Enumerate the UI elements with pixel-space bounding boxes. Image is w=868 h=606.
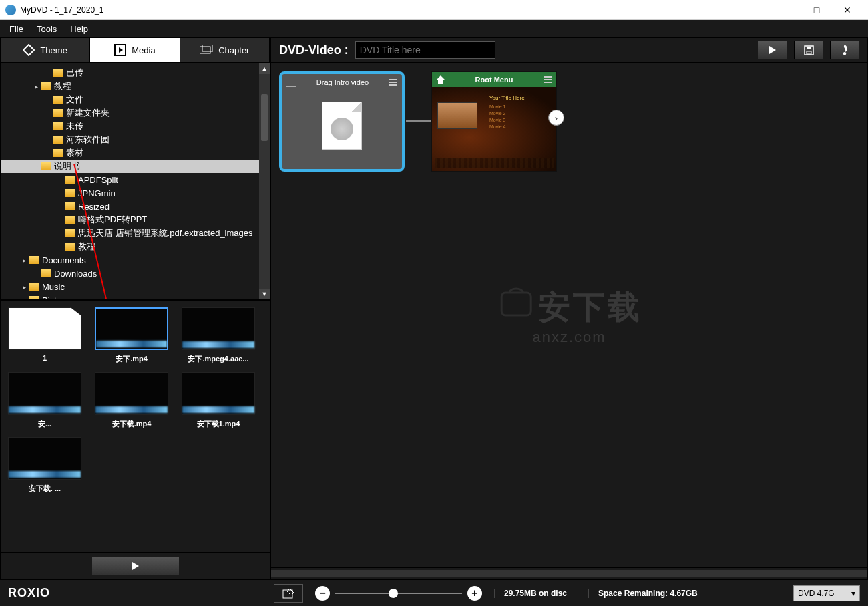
svg-rect-12 bbox=[544, 79, 552, 80]
burn-button[interactable] bbox=[830, 41, 859, 59]
bag-icon bbox=[496, 285, 536, 318]
folder-tree-item[interactable]: Downloads bbox=[1, 267, 270, 280]
left-tabs: Theme Media Chapter bbox=[0, 37, 270, 63]
folder-tree-item[interactable]: 文件 bbox=[1, 93, 270, 106]
window-titlebar: MyDVD - 1_17_2020_1 — □ ✕ bbox=[0, 0, 868, 20]
zoom-in-button[interactable]: + bbox=[467, 586, 482, 601]
project-canvas[interactable]: Drag Intro video Root Menu Your Title He… bbox=[270, 63, 868, 567]
root-menu-title: Root Menu bbox=[449, 75, 539, 84]
chapter-icon bbox=[200, 45, 213, 55]
folder-tree-item[interactable]: ▸Pictures bbox=[1, 293, 270, 299]
tab-media[interactable]: Media bbox=[90, 38, 180, 62]
menu-item: Movie 1 bbox=[489, 104, 506, 109]
media-item[interactable]: 安下载1.mp4 bbox=[181, 372, 256, 429]
media-icon bbox=[114, 44, 126, 56]
svg-rect-10 bbox=[389, 84, 397, 86]
media-item[interactable]: 1 bbox=[7, 307, 82, 364]
home-icon bbox=[436, 75, 445, 84]
watermark-url: anxz.com bbox=[532, 329, 606, 345]
scroll-thumb[interactable] bbox=[261, 94, 268, 141]
svg-rect-13 bbox=[544, 82, 552, 83]
folder-tree-item[interactable]: Resized bbox=[1, 200, 270, 213]
save-project-button[interactable] bbox=[794, 41, 823, 59]
burn-icon bbox=[840, 44, 850, 56]
intro-video-slot[interactable]: Drag Intro video bbox=[279, 71, 405, 172]
media-item[interactable]: 安... bbox=[7, 372, 82, 429]
folder-tree-item[interactable]: 思迅天店 店铺管理系统.pdf.extracted_images bbox=[1, 226, 270, 240]
folder-tree-item[interactable]: 已传 bbox=[1, 66, 270, 80]
menu-tools[interactable]: Tools bbox=[30, 21, 63, 37]
folder-tree-item[interactable]: 教程 bbox=[1, 240, 270, 253]
preview-play-button[interactable] bbox=[92, 557, 179, 575]
tab-chapter-label: Chapter bbox=[218, 45, 249, 55]
folder-tree-item[interactable]: ▾说明书 bbox=[1, 160, 270, 173]
disc-used-label: 29.75MB on disc bbox=[494, 589, 576, 598]
filmstrip-decoration bbox=[435, 158, 554, 168]
tab-theme[interactable]: Theme bbox=[1, 38, 90, 62]
folder-tree-item[interactable]: ▸教程 bbox=[1, 80, 270, 93]
play-icon bbox=[768, 45, 777, 55]
svg-rect-15 bbox=[283, 590, 292, 598]
status-bar: ROXIO − + 29.75MB on disc Space Remainin… bbox=[0, 579, 868, 606]
folder-tree-item[interactable]: APDFSplit bbox=[1, 173, 270, 186]
minimize-button[interactable]: — bbox=[771, 0, 801, 20]
menu-bar: File Tools Help bbox=[0, 20, 868, 37]
svg-rect-9 bbox=[389, 82, 397, 83]
svg-rect-8 bbox=[389, 79, 397, 80]
folder-tree-item[interactable]: 河东软件园 bbox=[1, 133, 270, 146]
zoom-controls: − + bbox=[315, 586, 482, 601]
folder-tree-item[interactable]: 未传 bbox=[1, 120, 270, 133]
folder-tree[interactable]: 已传▸教程文件新建文件夹未传河东软件园素材▾说明书APDFSplitJPNGmi… bbox=[1, 63, 270, 299]
watermark: 安下载 anxz.com bbox=[496, 285, 643, 346]
output-type-label: DVD-Video : bbox=[279, 43, 349, 57]
svg-rect-2 bbox=[202, 45, 213, 51]
node-connector bbox=[406, 120, 431, 122]
tab-theme-label: Theme bbox=[40, 45, 67, 55]
close-button[interactable]: ✕ bbox=[832, 0, 863, 20]
scroll-down-button[interactable]: ▼ bbox=[259, 289, 270, 299]
menu-item: Movie 4 bbox=[489, 124, 506, 129]
play-project-button[interactable] bbox=[758, 41, 787, 59]
zoom-handle[interactable] bbox=[389, 589, 398, 598]
play-icon bbox=[131, 561, 140, 571]
dvd-title-input[interactable] bbox=[355, 41, 495, 59]
maximize-button[interactable]: □ bbox=[801, 0, 832, 20]
menu-thumbnail bbox=[437, 102, 477, 129]
tab-chapter[interactable]: Chapter bbox=[180, 38, 270, 62]
folder-tree-item[interactable]: ▸Music bbox=[1, 280, 270, 293]
tree-scrollbar[interactable]: ▲ ▼ bbox=[259, 63, 270, 299]
media-item[interactable]: 安下载.mp4 bbox=[94, 372, 169, 429]
list-icon bbox=[543, 75, 552, 84]
folder-tree-item[interactable]: 新建文件夹 bbox=[1, 106, 270, 120]
scroll-up-button[interactable]: ▲ bbox=[259, 63, 270, 74]
disc-type-value: DVD 4.7G bbox=[798, 589, 835, 598]
list-icon bbox=[389, 78, 398, 87]
zoom-out-button[interactable]: − bbox=[315, 586, 330, 601]
next-menu-button[interactable]: › bbox=[548, 110, 564, 126]
folder-tree-item[interactable]: 嗨格式PDF转PPT bbox=[1, 213, 270, 226]
brand-logo: ROXIO bbox=[8, 586, 262, 600]
menu-file[interactable]: File bbox=[3, 21, 30, 37]
save-icon bbox=[804, 45, 814, 55]
menu-help[interactable]: Help bbox=[63, 21, 95, 37]
folder-tree-panel: 已传▸教程文件新建文件夹未传河东软件园素材▾说明书APDFSplitJPNGmi… bbox=[0, 63, 270, 300]
folder-tree-item[interactable]: 素材 bbox=[1, 146, 270, 160]
media-grid[interactable]: 1安下.mp4安下.mpeg4.aac...安...安下载.mp4安下载1.mp… bbox=[0, 300, 270, 553]
zoom-slider[interactable] bbox=[335, 593, 462, 594]
menu-item: Movie 3 bbox=[489, 118, 506, 122]
tab-media-label: Media bbox=[132, 45, 155, 55]
media-item[interactable]: 安下.mpeg4.aac... bbox=[181, 307, 256, 364]
svg-rect-6 bbox=[807, 47, 811, 49]
folder-tree-item[interactable]: ▸Documents bbox=[1, 253, 270, 267]
edit-button[interactable] bbox=[274, 584, 303, 603]
svg-rect-7 bbox=[807, 51, 811, 54]
media-item[interactable]: 安下.mp4 bbox=[94, 307, 169, 364]
edit-icon bbox=[282, 588, 294, 599]
media-item[interactable]: 安下载. ... bbox=[7, 437, 82, 494]
folder-tree-item[interactable]: JPNGmin bbox=[1, 186, 270, 200]
canvas-hscrollbar[interactable] bbox=[270, 567, 868, 579]
disc-type-select[interactable]: DVD 4.7G ▾ bbox=[793, 585, 860, 601]
root-menu-node[interactable]: Root Menu Your Title Here Movie 1 Movie … bbox=[431, 71, 557, 172]
menu-item: Movie 2 bbox=[489, 111, 506, 116]
svg-rect-11 bbox=[544, 76, 552, 78]
